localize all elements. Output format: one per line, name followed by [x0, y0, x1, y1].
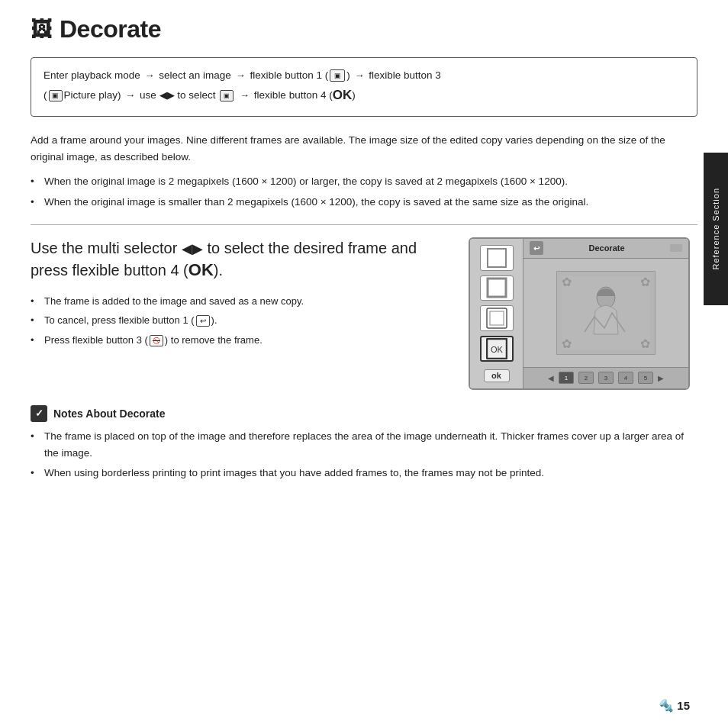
svg-rect-1 [488, 279, 506, 297]
page-num: 15 [677, 699, 690, 712]
page-title-area: 🖼 Decorate [31, 15, 697, 43]
svg-text:OK: OK [491, 345, 504, 354]
notes-bullet-1: The frame is placed on top of the image … [31, 428, 697, 462]
reference-sidebar: Reference Section [704, 153, 728, 305]
nav-dot-2[interactable]: 2 [578, 372, 594, 384]
remove-icon-inline: 🚫 [150, 335, 163, 346]
bullet-2: When the original image is smaller than … [31, 194, 697, 211]
flower-br: ✿ [640, 337, 650, 351]
frame-btn-1[interactable] [480, 245, 514, 271]
flower-bl: ✿ [562, 337, 572, 351]
camera-ui-area: OK ok ↩ Decorate [469, 237, 697, 390]
flex1-icon: ▣ [330, 69, 345, 82]
section2-heading: Use the multi selector ◀▶ to select the … [31, 237, 453, 282]
flower-tr: ✿ [640, 275, 650, 289]
camera-sidebar: OK ok [470, 239, 523, 388]
nav-line1: Enter playback mode → select an image → … [43, 67, 685, 85]
page-num-icon: 🔩 [659, 698, 674, 713]
camera-title: Decorate [588, 243, 624, 253]
nav-left-arrow[interactable]: ◀ [548, 374, 554, 382]
frame-btn-4[interactable]: OK [480, 336, 514, 362]
select-icon: ▣ [220, 90, 234, 101]
notes-bullets: The frame is placed on top of the image … [31, 428, 697, 482]
notes-check-icon: ✓ [31, 405, 47, 422]
notes-title: Notes About Decorate [53, 407, 166, 420]
back-icon-inline: ↩ [196, 315, 210, 327]
nav-right-arrow[interactable]: ▶ [658, 374, 664, 382]
section2-left: Use the multi selector ◀▶ to select the … [31, 237, 453, 351]
frame-btn-2[interactable] [480, 275, 514, 301]
nav-dot-1[interactable]: 1 [559, 372, 574, 384]
flower-tl: ✿ [562, 275, 572, 289]
notes-header: ✓ Notes About Decorate [31, 405, 697, 422]
nav-dot-5[interactable]: 5 [638, 372, 653, 384]
svg-rect-3 [490, 311, 504, 325]
ok-button-cam[interactable]: ok [484, 369, 510, 382]
intro-bullets: When the original image is 2 megapixels … [31, 173, 697, 211]
notes-bullet-2: When using borderless printing to print … [31, 465, 697, 482]
notes-section: ✓ Notes About Decorate The frame is plac… [31, 405, 697, 482]
page-number-area: 🔩 15 [659, 698, 690, 713]
frame-btn-3[interactable] [480, 305, 514, 331]
navigation-box: Enter playback mode → select an image → … [31, 57, 697, 117]
person-svg [583, 282, 629, 343]
camera-topbar: ↩ Decorate [523, 239, 688, 259]
camera-bottombar: ◀ 1 2 3 4 5 ▶ [523, 367, 688, 388]
nav-line2: (▣Picture play) → use ◀▶ to select ▣ → f… [43, 85, 685, 107]
camera-image: ✿ ✿ ✿ ✿ [556, 271, 656, 355]
camera-ui: OK ok ↩ Decorate [469, 237, 690, 390]
sub-bullet-2: To cancel, press flexible button 1 (↩). [31, 312, 453, 328]
two-col-section: Use the multi selector ◀▶ to select the … [31, 237, 697, 390]
sub-bullet-1: The frame is added to the image and save… [31, 293, 453, 309]
svg-rect-0 [488, 249, 506, 267]
sub-bullet-3: Press flexible button 3 (🚫) to remove th… [31, 332, 453, 348]
picture-play-icon: ▣ [49, 90, 63, 101]
page-title: Decorate [60, 15, 161, 43]
nav-dot-4[interactable]: 4 [618, 372, 633, 384]
reference-label: Reference Section [711, 188, 720, 270]
page: 🖼 Decorate Enter playback mode → select … [0, 0, 728, 728]
camera-main: ↩ Decorate ✿ ✿ ✿ ✿ [523, 239, 688, 388]
ok-label-heading: OK [188, 260, 214, 279]
ok-symbol: OK [333, 88, 353, 102]
battery-icon [670, 244, 682, 252]
decorate-icon: 🖼 [31, 19, 52, 40]
camera-content: ✿ ✿ ✿ ✿ [523, 259, 688, 367]
intro-paragraph: Add a frame around your images. Nine dif… [31, 132, 697, 166]
section2-bullets: The frame is added to the image and save… [31, 293, 453, 348]
bullet-1: When the original image is 2 megapixels … [31, 173, 697, 190]
nav-dot-3[interactable]: 3 [598, 372, 614, 384]
camera-back-icon[interactable]: ↩ [530, 241, 543, 255]
section-divider [31, 224, 697, 225]
